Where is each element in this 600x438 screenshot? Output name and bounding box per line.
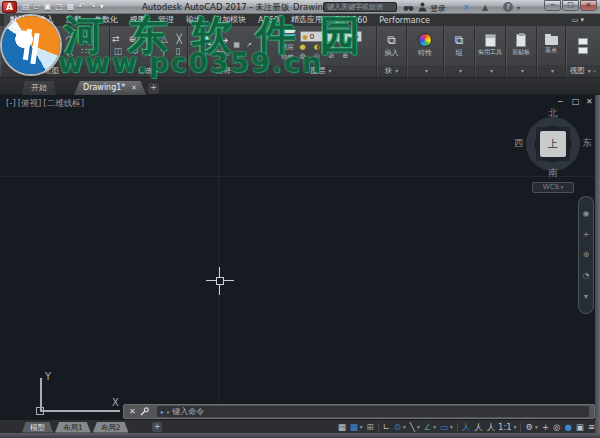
- polar-tracking-icon[interactable]: ⊙: [394, 420, 401, 434]
- annotation-scale-icon[interactable]: 人 1:1: [487, 420, 512, 434]
- save-as-icon[interactable]: ◳: [55, 0, 63, 13]
- viewcube-south-label[interactable]: 南: [540, 167, 566, 180]
- new-drawing-tab-icon[interactable]: [148, 83, 159, 94]
- view-window-buttons[interactable]: [578, 38, 588, 54]
- isometric-drafting-icon[interactable]: ∠: [424, 420, 432, 434]
- command-close-icon[interactable]: [129, 407, 136, 416]
- viewport-control-menu[interactable]: [-]: [6, 98, 16, 110]
- isolate-objects-icon[interactable]: ◎: [553, 420, 560, 434]
- block-panel-label[interactable]: 块: [377, 65, 406, 77]
- object-snap-tracking-icon-dropdown[interactable]: ▾: [417, 424, 420, 430]
- search-binoculars-icon[interactable]: [403, 2, 414, 12]
- ucs-y-label: Y: [45, 371, 51, 382]
- ucs-x-label: X: [112, 397, 119, 408]
- command-input[interactable]: ▸ 键入命令: [157, 406, 589, 417]
- autoscale-icon[interactable]: 人: [474, 420, 483, 434]
- recent-commands-icon[interactable]: [167, 409, 170, 415]
- viewcube-top-face[interactable]: 上: [540, 131, 566, 157]
- document-close-icon[interactable]: [586, 97, 593, 106]
- exchange-apps-icon[interactable]: ✕: [463, 2, 470, 12]
- customization-icon[interactable]: ≡: [588, 420, 595, 434]
- object-snap-icon-dropdown[interactable]: ▾: [450, 424, 453, 430]
- zoom-icon[interactable]: ⊕: [583, 250, 590, 259]
- clipboard-button[interactable]: 剪贴板: [512, 34, 530, 57]
- annotation-monitor-icon[interactable]: +: [542, 420, 549, 434]
- help-icon[interactable]: ?: [503, 2, 513, 12]
- utilities-panel: 实用工具: [475, 26, 506, 77]
- groups-panel-dropdown[interactable]: [444, 65, 474, 77]
- statusbar-separator: [457, 423, 458, 432]
- utilities-button[interactable]: 实用工具: [478, 34, 502, 57]
- clean-screen-icon[interactable]: ▣: [576, 420, 584, 434]
- a360-share-icon[interactable]: ▲: [482, 2, 488, 12]
- viewport-controls: [-] [俯视] [二维线框]: [6, 98, 84, 110]
- basepoint-button-label: 基点: [545, 46, 557, 55]
- file-tab-drawing1[interactable]: Drawing1*: [74, 81, 146, 95]
- properties-button[interactable]: 特性: [418, 33, 432, 58]
- layout-tab-layout1[interactable]: 布局1: [55, 422, 91, 433]
- help-dropdown-icon[interactable]: [517, 4, 520, 11]
- view-panel-label[interactable]: 视图: [566, 65, 600, 77]
- new-file-icon[interactable]: ▤: [22, 0, 30, 13]
- crosshair-pickbox: [216, 277, 224, 285]
- clipboard-panel-dropdown[interactable]: [506, 65, 536, 77]
- grid-display-icon[interactable]: ▦: [338, 420, 346, 434]
- workspace-switching-icon[interactable]: ⚙: [525, 420, 533, 434]
- document-restore-icon[interactable]: [572, 97, 580, 106]
- properties-button-label: 特性: [418, 48, 432, 58]
- insert-block-button[interactable]: ⧉ 插入: [385, 34, 399, 58]
- minimize-button[interactable]: [544, 0, 561, 11]
- application-menu-button[interactable]: A: [2, 1, 17, 13]
- ortho-mode-icon[interactable]: ∟: [383, 420, 390, 434]
- watermark-logo: [2, 16, 60, 74]
- showmotion-icon[interactable]: ▾: [584, 292, 588, 301]
- file-tab-start[interactable]: 开始: [22, 81, 56, 95]
- isometric-drafting-icon-dropdown[interactable]: ▾: [433, 424, 436, 430]
- close-tab-icon[interactable]: [131, 84, 137, 92]
- signin-label[interactable]: 登录: [430, 3, 446, 14]
- dynamic-input-icon[interactable]: ⊞: [367, 420, 374, 434]
- basepoint-button[interactable]: 基点: [545, 36, 558, 55]
- object-snap-icon[interactable]: ▭: [440, 420, 448, 434]
- clipboard-panel: 剪贴板: [506, 26, 537, 77]
- layout-tab-model[interactable]: 模型: [22, 422, 53, 433]
- hardware-acceleration-icon[interactable]: ●: [564, 420, 571, 434]
- ribbon-display-toggle-icon[interactable]: [572, 16, 584, 24]
- workspace-switching-icon-dropdown[interactable]: ▾: [535, 424, 538, 430]
- command-customize-wrench-icon[interactable]: [140, 407, 149, 416]
- properties-panel-dropdown[interactable]: [407, 65, 443, 77]
- maximize-button[interactable]: [562, 0, 579, 11]
- document-minimize-icon[interactable]: [558, 97, 563, 106]
- layout-tabs: 模型布局1布局2: [22, 420, 129, 434]
- save-icon[interactable]: ▣: [44, 0, 52, 13]
- close-button[interactable]: [580, 0, 597, 11]
- clipboard-button-label: 剪贴板: [512, 48, 530, 57]
- viewport-visual-style-control[interactable]: [二维线框]: [43, 98, 84, 110]
- command-line-bar: ▸ 键入命令: [123, 404, 595, 419]
- full-navigation-wheel-icon[interactable]: ◉: [583, 209, 590, 218]
- object-snap-tracking-icon[interactable]: ╲: [410, 420, 415, 434]
- open-file-icon[interactable]: ▱: [34, 0, 40, 13]
- annotation-visibility-icon[interactable]: 人: [462, 420, 471, 434]
- pan-icon[interactable]: +: [583, 230, 590, 239]
- status-bar: 模型布局1布局2 ▦▦▾⊞∟⊙▾╲▾∠▾▭▾人人人 1:1▾⚙▾+◎●▣≡: [0, 419, 600, 433]
- new-layout-icon[interactable]: [152, 422, 162, 432]
- layout-tab-layout2[interactable]: 布局2: [93, 422, 129, 433]
- view-panel-label-text: 视图: [570, 66, 585, 75]
- drawing-canvas[interactable]: [-] [俯视] [二维线框] 北 上 西 东 南 WCS ◉+⊕◔▾ Y X: [0, 95, 600, 419]
- groups-button[interactable]: ⧉ 组: [455, 34, 464, 58]
- viewport-view-control[interactable]: [俯视]: [18, 98, 42, 110]
- snap-mode-icon[interactable]: ▦: [350, 420, 358, 434]
- annotation-scale-icon-dropdown[interactable]: ▾: [514, 424, 517, 430]
- watermark-site-url: www.pc0359.cn: [58, 47, 323, 78]
- viewcube-west-label[interactable]: 西: [506, 137, 532, 150]
- navigation-bar[interactable]: ◉+⊕◔▾: [578, 196, 594, 314]
- signin-person-icon[interactable]: [418, 2, 427, 12]
- orbit-icon[interactable]: ◔: [583, 271, 590, 280]
- status-icons: ▦▦▾⊞∟⊙▾╲▾∠▾▭▾人人人 1:1▾⚙▾+◎●▣≡: [338, 420, 595, 434]
- basepoint-panel-dropdown[interactable]: [537, 65, 565, 77]
- polar-tracking-icon-dropdown[interactable]: ▾: [403, 424, 406, 430]
- utilities-panel-dropdown[interactable]: [475, 65, 505, 77]
- wcs-dropdown[interactable]: WCS: [532, 182, 574, 193]
- snap-mode-icon-dropdown[interactable]: ▾: [360, 424, 363, 430]
